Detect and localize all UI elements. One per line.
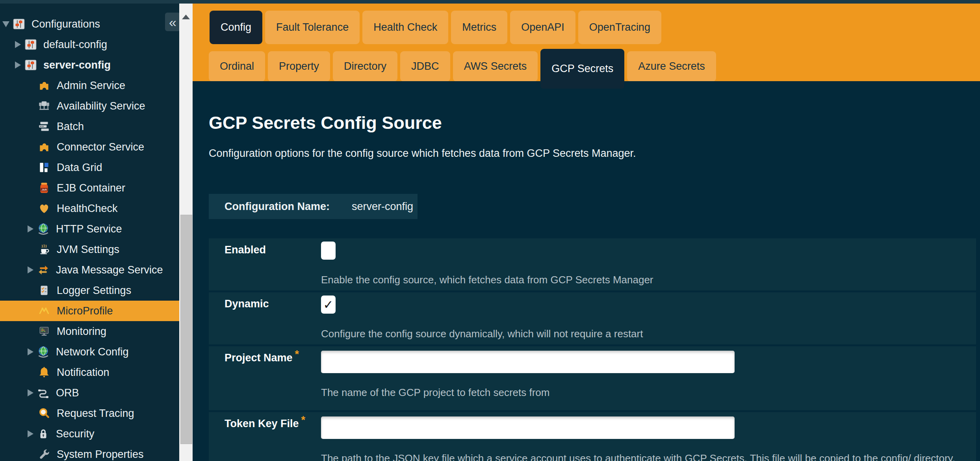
tab-metrics[interactable]: Metrics bbox=[451, 11, 507, 44]
sliders-icon bbox=[24, 59, 37, 71]
sidebar-collapse-button[interactable]: « bbox=[165, 13, 180, 31]
microprofile-icon bbox=[38, 305, 50, 317]
sidebar-item-label: MicroProfile bbox=[57, 305, 113, 317]
configuration-name-panel: Configuration Name: server-config bbox=[209, 194, 418, 219]
sidebar-item-label: Notification bbox=[57, 366, 110, 379]
sidebar-item-ejb-container[interactable]: JAREJB Container bbox=[0, 178, 179, 198]
subtab-property[interactable]: Property bbox=[268, 51, 330, 82]
subtab-jdbc[interactable]: JDBC bbox=[400, 51, 450, 82]
field-label: Dynamic bbox=[225, 298, 269, 310]
subtab-azure-secrets[interactable]: Azure Secrets bbox=[627, 51, 716, 82]
form-fields: EnabledEnable the config source, which f… bbox=[209, 238, 976, 461]
sidebar-item-default-config[interactable]: default-config bbox=[0, 34, 179, 55]
subtab-aws-secrets[interactable]: AWS Secrets bbox=[453, 51, 538, 82]
sidebar-item-logger-settings[interactable]: Logger Settings bbox=[0, 280, 179, 301]
field-row-dynamic: Dynamic✓Configure the config source dyna… bbox=[209, 292, 976, 344]
sidebar-item-label: server-config bbox=[43, 59, 111, 71]
sidebar-item-monitoring[interactable]: Monitoring bbox=[0, 321, 179, 342]
field-label-text: Dynamic bbox=[225, 298, 269, 310]
sidebar-item-jvm-settings[interactable]: JVM Settings bbox=[0, 239, 179, 260]
chevron-right-icon[interactable] bbox=[26, 348, 35, 355]
tab-openapi[interactable]: OpenAPI bbox=[510, 11, 575, 44]
sidebar-item-label: HealthCheck bbox=[57, 203, 118, 215]
coffee-icon bbox=[38, 243, 50, 256]
puzzle-icon bbox=[38, 141, 50, 153]
sidebar-item-system-properties[interactable]: System Properties bbox=[0, 444, 179, 461]
batch-icon bbox=[38, 120, 50, 133]
required-asterisk: * bbox=[295, 348, 299, 360]
puzzle-icon bbox=[38, 79, 50, 92]
field-label-text: Project Name bbox=[225, 352, 293, 364]
sidebar-item-orb[interactable]: ORB bbox=[0, 383, 179, 403]
required-asterisk: * bbox=[301, 414, 306, 426]
sidebar-item-label: Security bbox=[56, 428, 95, 440]
field-row-token-key-file: Token Key File*The path to the JSON key … bbox=[209, 412, 976, 461]
globe-icon bbox=[37, 346, 50, 358]
sidebar-item-java-message-service[interactable]: Java Message Service bbox=[0, 260, 179, 280]
tab-fault-tolerance[interactable]: Fault Tolerance bbox=[265, 11, 360, 44]
subtab-ordinal[interactable]: Ordinal bbox=[209, 51, 265, 82]
sliders-icon bbox=[13, 18, 25, 30]
subtab-directory[interactable]: Directory bbox=[333, 51, 397, 82]
sidebar-item-batch[interactable]: Batch bbox=[0, 116, 179, 137]
tab-health-check[interactable]: Health Check bbox=[362, 11, 448, 44]
scrollbar-up-arrow-icon[interactable] bbox=[182, 15, 190, 19]
sidebar-item-notification[interactable]: Notification bbox=[0, 362, 179, 383]
chevron-right-icon[interactable] bbox=[13, 61, 22, 69]
sidebar-item-label: Java Message Service bbox=[56, 264, 163, 276]
token-key-file-input[interactable] bbox=[321, 416, 735, 439]
sidebar-item-data-grid[interactable]: Data Grid bbox=[0, 157, 179, 178]
sidebar-item-server-config[interactable]: server-config bbox=[0, 55, 179, 75]
chevron-right-icon[interactable] bbox=[13, 41, 22, 48]
subtab-gcp-secrets[interactable]: GCP Secrets bbox=[540, 49, 624, 89]
sidebar-item-label: Configurations bbox=[32, 18, 100, 30]
field-help-text: Enable the config source, which fetches … bbox=[321, 274, 653, 286]
chevron-right-icon[interactable] bbox=[26, 266, 35, 273]
sidebar-item-label: Connector Service bbox=[57, 141, 144, 153]
chevron-right-icon[interactable] bbox=[26, 430, 35, 437]
monitor-icon bbox=[38, 325, 50, 338]
field-row-project-name: Project Name*The name of the GCP project… bbox=[209, 346, 976, 410]
tab-config[interactable]: Config bbox=[210, 11, 262, 44]
configuration-name-value: server-config bbox=[352, 201, 413, 213]
field-label: Project Name* bbox=[225, 352, 299, 364]
sidebar-item-healthcheck[interactable]: HealthCheck bbox=[0, 198, 179, 219]
sidebar-item-http-service[interactable]: HTTP Service bbox=[0, 219, 179, 239]
datagrid-icon bbox=[38, 161, 50, 174]
app-root: Configurationsdefault-configserver-confi… bbox=[0, 0, 980, 461]
scrollbar-thumb[interactable] bbox=[180, 215, 192, 444]
field-help-text: The name of the GCP project to fetch sec… bbox=[321, 387, 549, 399]
sidebar-item-connector-service[interactable]: Connector Service bbox=[0, 137, 179, 157]
sidebar-item-request-tracing[interactable]: Request Tracing bbox=[0, 403, 179, 424]
sidebar-item-network-config[interactable]: Network Config bbox=[0, 342, 179, 362]
dynamic-checkbox[interactable]: ✓ bbox=[321, 296, 336, 314]
plug-icon bbox=[37, 387, 50, 399]
sidebar-item-microprofile[interactable]: MicroProfile bbox=[0, 301, 179, 321]
chevron-right-icon[interactable] bbox=[26, 389, 35, 396]
magnifier-icon bbox=[38, 407, 50, 420]
chevron-down-icon[interactable] bbox=[2, 21, 10, 27]
sidebar-item-label: Admin Service bbox=[57, 80, 125, 92]
sidebar-item-label: JVM Settings bbox=[57, 244, 119, 256]
sidebar-item-security[interactable]: Security bbox=[0, 424, 179, 444]
wrench-icon bbox=[38, 448, 50, 461]
sidebar-item-configurations[interactable]: Configurations bbox=[0, 14, 179, 34]
jar-icon: JAR bbox=[38, 182, 50, 194]
chevron-right-icon[interactable] bbox=[26, 225, 35, 232]
sidebar-item-availability-service[interactable]: Availability Service bbox=[0, 96, 179, 116]
project-name-input[interactable] bbox=[321, 351, 735, 373]
sidebar-item-label: EJB Container bbox=[57, 182, 125, 194]
sidebar-item-admin-service[interactable]: Admin Service bbox=[0, 75, 179, 96]
sliders-icon bbox=[24, 38, 37, 51]
sidebar-item-label: Availability Service bbox=[57, 100, 145, 112]
enabled-checkbox[interactable] bbox=[321, 242, 336, 260]
primary-tabs: ConfigFault ToleranceHealth CheckMetrics… bbox=[210, 11, 661, 44]
sidebar-item-label: System Properties bbox=[57, 448, 144, 461]
tab-opentracing[interactable]: OpenTracing bbox=[578, 11, 661, 44]
sidebar-scrollbar[interactable] bbox=[179, 4, 193, 461]
checkmark-icon: ✓ bbox=[323, 297, 334, 312]
field-row-enabled: EnabledEnable the config source, which f… bbox=[209, 238, 976, 290]
lock-icon bbox=[37, 428, 50, 440]
sidebar: Configurationsdefault-configserver-confi… bbox=[0, 4, 179, 461]
globe-icon bbox=[37, 223, 50, 235]
